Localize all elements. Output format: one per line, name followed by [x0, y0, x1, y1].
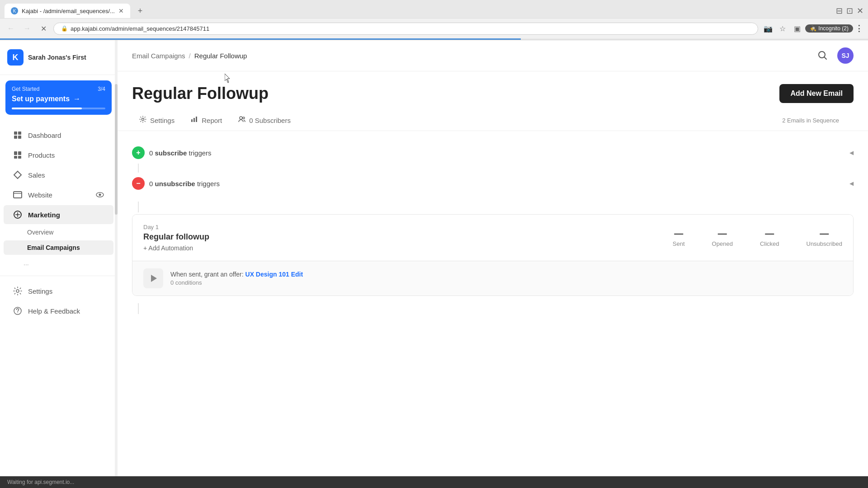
tab-settings[interactable]: Settings	[132, 110, 182, 131]
subscribe-count: 0	[149, 149, 153, 157]
website-eye-badge	[95, 190, 104, 199]
sidebar-item-website[interactable]: Website	[4, 185, 113, 204]
sidebar-scrollbar[interactable]	[115, 40, 118, 476]
stat-sent-label: Sent	[673, 240, 685, 247]
sidebar-item-marketing[interactable]: Marketing	[4, 205, 113, 224]
sequence-card-header: Day 1 Regular followup + Add Automation …	[132, 215, 853, 261]
main-content: Email Campaigns / Regular Followup SJ Re…	[118, 40, 868, 476]
sales-icon	[13, 170, 23, 180]
svg-rect-7	[18, 156, 21, 159]
window-maximize[interactable]: ⊡	[846, 6, 853, 16]
top-nav-actions: SJ	[816, 47, 854, 64]
marketing-icon	[13, 210, 23, 220]
automation-row: When sent, grant an offer: UX Design 101…	[132, 261, 853, 296]
sidebar-sub-item-overview[interactable]: Overview	[4, 225, 113, 239]
incognito-icon: 🕵	[810, 25, 816, 32]
browser-more-button[interactable]: ⋮	[855, 23, 863, 33]
unsubscribe-trigger-arrow[interactable]: ◀	[849, 180, 854, 187]
sidebar-label-products: Products	[28, 151, 104, 159]
sidebar-icon[interactable]: ▣	[791, 22, 803, 35]
stat-sent-value: —	[673, 228, 685, 239]
subscribe-trigger-row: + 0 subscribe triggers ◀	[132, 142, 854, 164]
status-text: Waiting for api.segment.io...	[7, 479, 74, 485]
forward-button[interactable]: →	[21, 22, 33, 35]
tab-subscribers[interactable]: 0 Subscribers	[231, 110, 298, 131]
tab-report-label: Report	[202, 117, 222, 124]
subscribe-trigger-text: 0 subscribe triggers	[149, 149, 845, 157]
svg-point-10	[99, 194, 101, 196]
page-header: Regular Followup Add New Email	[118, 71, 868, 110]
url-text: app.kajabi.com/admin/email_sequences/214…	[71, 25, 209, 32]
avatar[interactable]: SJ	[837, 47, 854, 64]
stat-unsubscribed-value: —	[807, 228, 843, 239]
back-button[interactable]: ←	[5, 22, 17, 35]
sidebar-sub-item-email-campaigns[interactable]: Email Campaigns	[4, 240, 113, 255]
browser-toolbar: ← → ✕ 🔒 app.kajabi.com/admin/email_seque…	[0, 18, 868, 38]
breadcrumb-parent[interactable]: Email Campaigns	[132, 52, 185, 60]
tab-close-button[interactable]: ✕	[118, 7, 124, 14]
add-new-email-button[interactable]: Add New Email	[779, 84, 854, 103]
status-bar: Waiting for api.segment.io...	[0, 476, 868, 488]
browser-chrome: K Kajabi - /admin/email_sequences/... ✕ …	[0, 0, 868, 40]
sidebar-item-dashboard[interactable]: Dashboard	[4, 126, 113, 145]
sub-item-label-email-campaigns: Email Campaigns	[27, 244, 80, 251]
sidebar-item-help[interactable]: Help & Feedback	[4, 301, 113, 320]
sequence-connector	[138, 202, 854, 212]
tab-title: Kajabi - /admin/email_sequences/...	[22, 8, 115, 14]
svg-point-15	[142, 118, 144, 121]
sidebar-nav: Dashboard Products Sales	[0, 120, 117, 276]
browser-actions: 📷 ☆ ▣ 🕵 Incognito (2) ⋮	[762, 22, 863, 35]
get-started-label: Get Started	[12, 86, 39, 92]
tab-settings-label: Settings	[150, 117, 175, 124]
new-tab-button[interactable]: +	[134, 5, 146, 17]
search-button[interactable]	[816, 48, 830, 63]
sub-item-label-overview: Overview	[27, 229, 53, 236]
camera-icon[interactable]: 📷	[762, 22, 774, 35]
automation-edit-link[interactable]: Edit	[291, 271, 303, 278]
svg-rect-0	[14, 131, 17, 135]
sidebar-item-products[interactable]: Products	[4, 145, 113, 164]
svg-rect-5	[18, 151, 21, 155]
bookmark-icon[interactable]: ☆	[776, 22, 789, 35]
window-minimize[interactable]: ⊟	[836, 6, 843, 16]
svg-rect-1	[18, 131, 21, 135]
sidebar-label-marketing: Marketing	[28, 211, 104, 219]
sidebar-bottom: Settings Help & Feedback	[0, 276, 117, 327]
get-started-card[interactable]: Get Started 3/4 Set up payments →	[5, 80, 112, 115]
subscribers-tab-icon	[238, 116, 245, 125]
stat-clicked-value: —	[760, 228, 779, 239]
incognito-label: Incognito (2)	[818, 25, 849, 32]
get-started-progress-bar	[12, 108, 105, 109]
add-automation-link[interactable]: + Add Automation	[143, 244, 209, 252]
stat-opened: — Opened	[712, 228, 733, 247]
sidebar-scrollbar-thumb	[115, 84, 118, 215]
automation-conditions: 0 conditions	[170, 279, 842, 286]
sequence-stats: — Sent — Opened — Clicked —	[673, 228, 842, 247]
settings-icon	[13, 286, 23, 296]
automation-offer-link[interactable]: UX Design 101	[245, 271, 289, 278]
stat-clicked: — Clicked	[760, 228, 779, 247]
breadcrumb-current: Regular Followup	[194, 52, 247, 60]
unsubscribe-count: 0	[149, 180, 153, 188]
triggers-section: + 0 subscribe triggers ◀ − 0 unsubscribe…	[132, 142, 854, 194]
unsubscribe-trigger-row: − 0 unsubscribe triggers ◀	[132, 173, 854, 194]
browser-tab[interactable]: K Kajabi - /admin/email_sequences/... ✕	[5, 4, 130, 18]
products-icon	[13, 150, 23, 160]
window-close[interactable]: ✕	[857, 6, 863, 16]
report-tab-icon	[191, 116, 198, 125]
org-name: Sarah Jonas's First	[28, 54, 86, 61]
tab-report[interactable]: Report	[184, 110, 229, 131]
svg-marker-21	[151, 275, 157, 282]
top-nav: Email Campaigns / Regular Followup SJ	[118, 40, 868, 71]
svg-rect-3	[18, 136, 21, 139]
sidebar-logo: K	[7, 49, 24, 66]
svg-rect-16	[191, 119, 193, 122]
sidebar-item-sales[interactable]: Sales	[4, 165, 113, 184]
reload-button[interactable]: ✕	[37, 22, 50, 35]
breadcrumb: Email Campaigns / Regular Followup	[132, 52, 247, 60]
help-icon	[13, 306, 23, 316]
url-bar[interactable]: 🔒 app.kajabi.com/admin/email_sequences/2…	[53, 23, 758, 35]
sidebar-item-settings[interactable]: Settings	[4, 282, 113, 300]
subscribe-trigger-arrow[interactable]: ◀	[849, 150, 854, 156]
stat-clicked-label: Clicked	[760, 240, 779, 247]
